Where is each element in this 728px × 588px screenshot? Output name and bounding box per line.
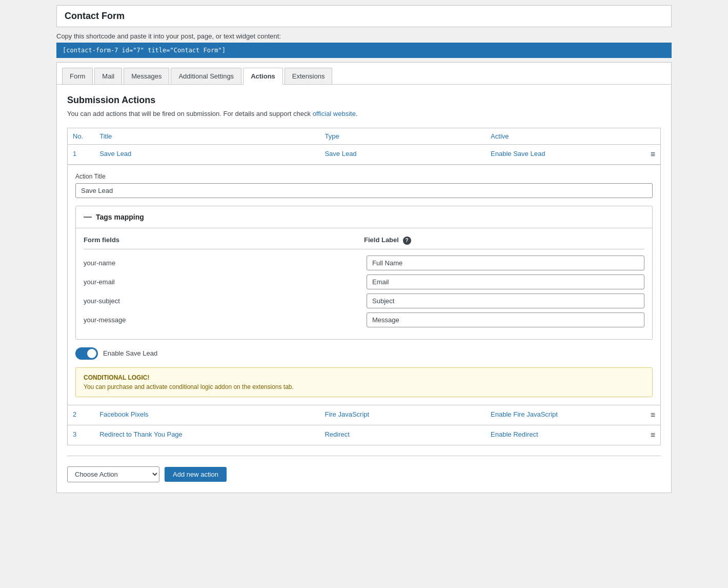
title-bar: Contact Form bbox=[56, 5, 672, 27]
actions-table-container: No. Title Type Active 1 Save Lead Save L bbox=[67, 128, 661, 445]
col-header-type: Type bbox=[319, 128, 486, 145]
row-2-menu-icon[interactable]: ≡ bbox=[651, 410, 655, 419]
shortcode-row: Copy this shortcode and paste it into yo… bbox=[56, 32, 672, 58]
row-2-type: Fire JavaScript bbox=[319, 405, 486, 425]
page-title: Contact Form bbox=[65, 11, 663, 22]
tab-mail[interactable]: Mail bbox=[94, 68, 122, 84]
row-3-title-link[interactable]: Redirect to Thank You Page bbox=[99, 430, 183, 438]
enable-toggle[interactable] bbox=[75, 347, 98, 360]
row-1-no: 1 bbox=[68, 145, 94, 165]
conditional-logic-box: CONDITIONAL LOGIC! You can purchase and … bbox=[75, 367, 653, 397]
shortcode-code[interactable]: [contact-form-7 id="7" title="Contact Fo… bbox=[56, 43, 672, 58]
row-1-type: Save Lead bbox=[319, 145, 486, 165]
row-2-title: Facebook Pixels bbox=[94, 405, 319, 425]
action-title-label: Action Title bbox=[75, 173, 653, 180]
action-title-group: Action Title bbox=[75, 173, 653, 198]
field-label-input-your-message[interactable] bbox=[367, 312, 644, 327]
choose-action-select[interactable]: Choose Action Save Lead Fire JavaScript … bbox=[67, 466, 159, 482]
tabs: Form Mail Messages Additional Settings A… bbox=[57, 63, 671, 85]
table-header-row: No. Title Type Active bbox=[68, 128, 660, 145]
collapse-icon[interactable]: — bbox=[84, 212, 92, 222]
shortcode-label: Copy this shortcode and paste it into yo… bbox=[56, 32, 672, 40]
conditional-logic-title: CONDITIONAL LOGIC! bbox=[84, 374, 644, 381]
row-1-title: Save Lead bbox=[94, 145, 319, 165]
row-3-type: Redirect bbox=[319, 425, 486, 445]
row-2-menu[interactable]: ≡ bbox=[634, 405, 660, 425]
tab-actions[interactable]: Actions bbox=[243, 68, 283, 85]
action-title-input[interactable] bbox=[75, 183, 653, 198]
table-row: 3 Redirect to Thank You Page Redirect En… bbox=[68, 425, 660, 445]
field-name-your-message: your-message bbox=[84, 316, 361, 324]
field-row-your-email: your-email bbox=[84, 275, 644, 289]
expanded-content-cell: Action Title — Tags mapping bbox=[68, 165, 660, 405]
tags-mapping-header: — Tags mapping bbox=[76, 206, 652, 228]
conditional-logic-desc: You can purchase and activate conditiona… bbox=[84, 383, 644, 390]
row-1-menu[interactable]: ≡ bbox=[634, 145, 660, 165]
row-2-no: 2 bbox=[68, 405, 94, 425]
row-1-menu-icon[interactable]: ≡ bbox=[651, 150, 655, 159]
row-1-title-link[interactable]: Save Lead bbox=[99, 150, 131, 158]
toggle-label: Enable Save Lead bbox=[103, 349, 157, 357]
tab-content-actions: Submission Actions You can add actions t… bbox=[57, 85, 671, 493]
tags-mapping-section: — Tags mapping Form fields Field Label bbox=[75, 206, 653, 340]
tab-extensions[interactable]: Extensions bbox=[285, 68, 333, 84]
field-row-your-message: your-message bbox=[84, 312, 644, 327]
col-header-no: No. bbox=[68, 128, 94, 145]
row-1-active-link[interactable]: Enable Save Lead bbox=[491, 150, 545, 158]
tabs-wrapper: Form Mail Messages Additional Settings A… bbox=[56, 62, 672, 493]
row-1-type-link[interactable]: Save Lead bbox=[325, 150, 356, 158]
row-3-title: Redirect to Thank You Page bbox=[94, 425, 319, 445]
toggle-row: Enable Save Lead bbox=[75, 347, 653, 360]
row-3-active-link[interactable]: Enable Redirect bbox=[491, 430, 538, 438]
col-header-menu bbox=[634, 128, 660, 145]
official-website-link[interactable]: official website bbox=[313, 110, 356, 117]
tags-mapping-title: Tags mapping bbox=[96, 213, 144, 221]
tab-additional-settings[interactable]: Additional Settings bbox=[171, 68, 241, 84]
row-2-type-link[interactable]: Fire JavaScript bbox=[325, 410, 369, 418]
actions-table: No. Title Type Active 1 Save Lead Save L bbox=[68, 128, 660, 445]
field-label-input-your-email[interactable] bbox=[367, 275, 644, 289]
field-row-your-name: your-name bbox=[84, 256, 644, 270]
section-title: Submission Actions bbox=[67, 95, 661, 106]
section-desc: You can add actions that will be fired o… bbox=[67, 110, 661, 117]
expanded-content: Action Title — Tags mapping bbox=[68, 165, 660, 405]
row-3-menu[interactable]: ≡ bbox=[634, 425, 660, 445]
row-3-active: Enable Redirect bbox=[486, 425, 634, 445]
field-label-input-your-subject[interactable] bbox=[367, 293, 644, 308]
add-new-action-button[interactable]: Add new action bbox=[165, 467, 227, 482]
table-row: 2 Facebook Pixels Fire JavaScript Enable… bbox=[68, 405, 660, 425]
field-name-your-subject: your-subject bbox=[84, 297, 361, 305]
row-2-active: Enable Fire JavaScript bbox=[486, 405, 634, 425]
table-row: 1 Save Lead Save Lead Enable Save Lead ≡ bbox=[68, 145, 660, 165]
tags-mapping-body: Form fields Field Label ? your- bbox=[76, 228, 652, 339]
row-3-no: 3 bbox=[68, 425, 94, 445]
field-label-help-icon[interactable]: ? bbox=[403, 237, 411, 245]
field-label-col-header: Field Label ? bbox=[364, 236, 644, 245]
form-fields-col-header: Form fields bbox=[84, 236, 364, 245]
bottom-bar: Choose Action Save Lead Fire JavaScript … bbox=[67, 456, 661, 482]
field-name-your-email: your-email bbox=[84, 278, 361, 286]
tab-form[interactable]: Form bbox=[62, 68, 93, 84]
row-2-title-link[interactable]: Facebook Pixels bbox=[99, 410, 148, 418]
row-3-type-link[interactable]: Redirect bbox=[325, 430, 349, 438]
row-2-active-link[interactable]: Enable Fire JavaScript bbox=[491, 410, 558, 418]
tab-messages[interactable]: Messages bbox=[124, 68, 169, 84]
toggle-slider bbox=[75, 347, 98, 360]
row-1-active: Enable Save Lead bbox=[486, 145, 634, 165]
field-label-input-your-name[interactable] bbox=[367, 256, 644, 270]
expanded-content-row: Action Title — Tags mapping bbox=[68, 165, 660, 405]
col-header-active: Active bbox=[486, 128, 634, 145]
col-header-title: Title bbox=[94, 128, 319, 145]
tags-grid-header: Form fields Field Label ? bbox=[84, 236, 644, 249]
field-row-your-subject: your-subject bbox=[84, 293, 644, 308]
row-3-menu-icon[interactable]: ≡ bbox=[651, 430, 655, 439]
field-name-your-name: your-name bbox=[84, 259, 361, 267]
